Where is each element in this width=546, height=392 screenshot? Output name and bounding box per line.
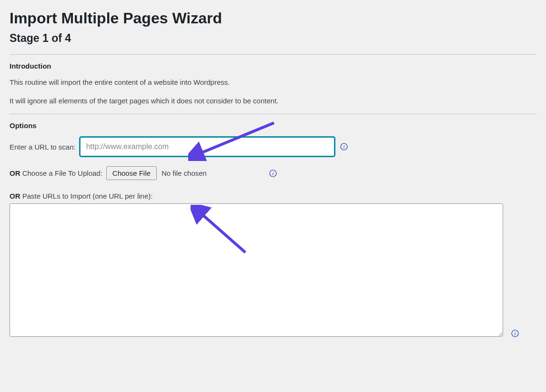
intro-heading: Introduction [10,62,536,70]
intro-paragraph-2: It will ignore all elements of the targe… [10,96,536,107]
svg-text:i: i [272,171,273,176]
url-label: Enter a URL to scan: [10,143,76,151]
info-icon[interactable]: i [511,329,519,338]
divider [10,54,536,55]
info-icon[interactable]: i [269,169,277,178]
paste-urls-label: OR Paste URLs to Import (one URL per lin… [10,192,152,200]
intro-paragraph-1: This routine will import the entire cont… [10,77,536,88]
page-title: Import Multiple Pages Wizard [10,10,536,27]
info-icon[interactable]: i [340,142,348,151]
choose-file-button[interactable]: Choose File [106,166,157,180]
file-upload-label: OR Choose a File To Upload: [10,169,102,177]
svg-text:i: i [514,331,516,336]
paste-urls-textarea[interactable] [10,203,503,337]
divider [10,114,536,114]
svg-text:i: i [343,144,344,150]
options-heading: Options [10,121,536,130]
stage-subtitle: Stage 1 of 4 [10,32,536,45]
url-input[interactable] [80,137,335,157]
file-status-text: No file chosen [162,169,207,177]
